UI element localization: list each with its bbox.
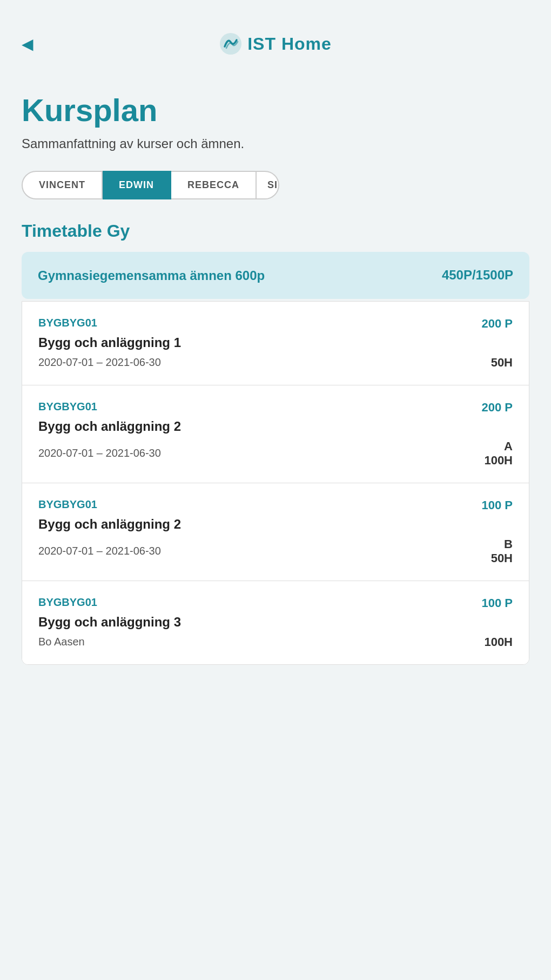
tab-rebecca[interactable]: REBECCA (171, 171, 257, 199)
course-date-1: 2020-07-01 – 2021-06-30 (38, 356, 161, 369)
course-header-4: BYGBYG01 100 P (38, 596, 513, 610)
logo-text: IST Home (247, 34, 332, 54)
logo-container: IST Home (219, 32, 332, 55)
course-points-4: 100 P (482, 596, 513, 610)
page-content: Kursplan Sammanfattning av kurser och äm… (0, 71, 551, 686)
page-subtitle: Sammanfattning av kurser och ämnen. (22, 136, 529, 151)
course-footer-1: 2020-07-01 – 2021-06-30 50H (38, 356, 513, 370)
table-row[interactable]: BYGBYG01 100 P Bygg och anläggning 3 Bo … (22, 581, 529, 664)
course-date-2: 2020-07-01 – 2021-06-30 (38, 447, 161, 459)
course-grade-4: 100H (484, 635, 513, 649)
course-grade-letter-2: A (484, 439, 513, 454)
course-name-4: Bygg och anläggning 3 (38, 615, 513, 630)
course-grade-1: 50H (491, 356, 513, 370)
course-name-1: Bygg och anläggning 1 (38, 335, 513, 350)
course-grade-letter-3: B (491, 537, 513, 551)
category-name: Gymnasiegemensamma ämnen 600p (38, 267, 265, 284)
page-title: Kursplan (22, 93, 529, 128)
course-code-1: BYGBYG01 (38, 317, 97, 329)
course-points-3: 100 P (482, 498, 513, 512)
course-grade-2: 100H (484, 454, 513, 468)
course-grade-3: 50H (491, 551, 513, 565)
course-footer-4: Bo Aasen 100H (38, 635, 513, 649)
course-code-4: BYGBYG01 (38, 596, 97, 609)
course-name-3: Bygg och anläggning 2 (38, 517, 513, 532)
course-header-2: BYGBYG01 200 P (38, 401, 513, 415)
tabs-container: VINCENT EDWIN REBECCA SI... (22, 171, 529, 199)
course-points-1: 200 P (482, 317, 513, 331)
table-row[interactable]: BYGBYG01 200 P Bygg och anläggning 1 202… (22, 302, 529, 385)
courses-wrapper: BYGBYG01 200 P Bygg och anläggning 1 202… (22, 301, 529, 665)
course-header-1: BYGBYG01 200 P (38, 317, 513, 331)
tab-si[interactable]: SI... (257, 171, 279, 199)
course-date-3: 2020-07-01 – 2021-06-30 (38, 545, 161, 557)
section-title: Timetable Gy (22, 221, 529, 241)
course-teacher-4: Bo Aasen (38, 636, 85, 648)
table-row[interactable]: BYGBYG01 100 P Bygg och anläggning 2 202… (22, 483, 529, 581)
back-button[interactable]: ◀ (22, 35, 33, 53)
table-row[interactable]: BYGBYG01 200 P Bygg och anläggning 2 202… (22, 385, 529, 483)
course-name-2: Bygg och anläggning 2 (38, 419, 513, 434)
course-footer-3: 2020-07-01 – 2021-06-30 B 50H (38, 537, 513, 565)
ist-logo-icon (219, 32, 242, 55)
header: ◀ IST Home (0, 0, 551, 71)
course-points-2: 200 P (482, 401, 513, 415)
category-points: 450P/1500P (442, 268, 513, 283)
category-card: Gymnasiegemensamma ämnen 600p 450P/1500P (22, 252, 529, 299)
course-header-3: BYGBYG01 100 P (38, 498, 513, 512)
tab-edwin[interactable]: EDWIN (103, 171, 171, 199)
tab-vincent[interactable]: VINCENT (22, 171, 103, 199)
course-code-3: BYGBYG01 (38, 498, 97, 511)
course-footer-2: 2020-07-01 – 2021-06-30 A 100H (38, 439, 513, 468)
course-code-2: BYGBYG01 (38, 401, 97, 413)
